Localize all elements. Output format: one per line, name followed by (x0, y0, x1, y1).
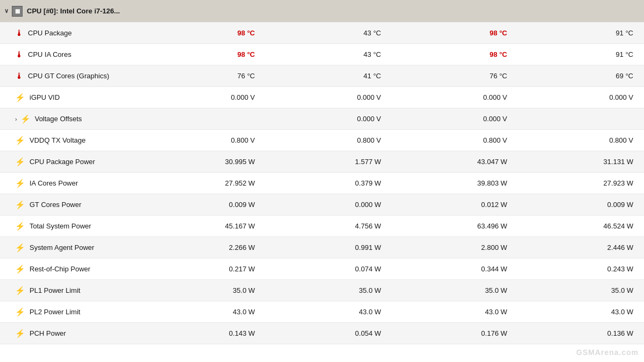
value-col-4: 0.009 W (518, 198, 644, 211)
value-col-3: 0.012 W (392, 198, 518, 211)
row-name-col: ⚡PL2 Power Limit (0, 305, 140, 319)
expand-arrow-icon[interactable]: › (15, 116, 17, 122)
row-name-col: ⚡PL1 Power Limit (0, 284, 140, 298)
value-col-1: 30.995 W (140, 156, 266, 168)
value-col-2: 0.000 V (266, 91, 392, 104)
value-col-1: 0.000 V (140, 91, 266, 104)
value-col-2: 0.074 W (266, 263, 392, 275)
row-label: PL2 Power Limit (30, 308, 80, 316)
value-col-1: 35.0 W (140, 284, 266, 297)
bolt-icon: ⚡ (15, 93, 25, 102)
value-col-2: 41 °C (266, 70, 392, 82)
row-name-col: ⚡IA Cores Power (0, 176, 140, 190)
value-col-4: 35.0 W (518, 284, 644, 297)
value-col-1: 76 °C (140, 70, 266, 82)
value-col-4 (518, 117, 644, 121)
row-name-col: ⚡System Agent Power (0, 241, 140, 255)
bolt-icon: ⚡ (15, 264, 25, 274)
row-name-col: ⚡PCH Power (0, 327, 140, 341)
row-name-col: ⚡iGPU VID (0, 91, 140, 105)
value-col-2: 0.800 V (266, 134, 392, 146)
row-label: iGPU VID (30, 93, 60, 101)
table-row: 🌡CPU Package98 °C43 °C98 °C91 °C (0, 23, 644, 44)
sensor-table: ∨▦CPU [#0]: Intel Core i7-126...🌡CPU Pac… (0, 0, 644, 344)
table-row[interactable]: ›⚡Voltage Offsets0.000 V0.000 V (0, 108, 644, 130)
thermometer-icon: 🌡 (15, 50, 24, 60)
value-col-2: 1.577 W (266, 156, 392, 168)
value-col-1: 0.009 W (140, 198, 266, 211)
value-col-3: 35.0 W (392, 284, 518, 297)
row-label: CPU IA Cores (28, 50, 71, 58)
value-col-1 (140, 117, 266, 121)
table-row: 🌡CPU GT Cores (Graphics)76 °C41 °C76 °C6… (0, 65, 644, 87)
value-col-1: 98 °C (140, 48, 266, 61)
row-label: Total System Power (30, 222, 91, 230)
value-col-3: 0.000 V (392, 91, 518, 104)
value-col-4: 69 °C (518, 70, 644, 82)
row-name-col: ›⚡Voltage Offsets (0, 112, 140, 126)
table-row: ⚡PL1 Power Limit35.0 W35.0 W35.0 W35.0 W (0, 280, 644, 301)
row-label: VDDQ TX Voltage (30, 136, 86, 144)
bolt-icon: ⚡ (15, 286, 25, 295)
value-col-3: 0.000 V (392, 113, 518, 125)
bolt-icon: ⚡ (15, 221, 25, 231)
value-col-2: 4.756 W (266, 220, 392, 232)
value-col-1: 27.952 W (140, 177, 266, 189)
value-col-4: 0.243 W (518, 263, 644, 275)
table-row: ⚡iGPU VID0.000 V0.000 V0.000 V0.000 V (0, 87, 644, 108)
value-col-2: 43 °C (266, 48, 392, 61)
row-label: PCH Power (30, 329, 66, 337)
table-row: ⚡PL2 Power Limit43.0 W43.0 W43.0 W43.0 W (0, 301, 644, 323)
table-row: 🌡CPU IA Cores98 °C43 °C98 °C91 °C (0, 44, 644, 65)
table-row: ⚡IA Cores Power27.952 W0.379 W39.803 W27… (0, 173, 644, 194)
value-col-3: 76 °C (392, 70, 518, 82)
row-label: CPU Package (28, 29, 72, 37)
row-label: Voltage Offsets (35, 115, 82, 123)
table-row: ⚡CPU Package Power30.995 W1.577 W43.047 … (0, 151, 644, 173)
value-col-3: 43.047 W (392, 156, 518, 168)
value-col-3: 43.0 W (392, 306, 518, 318)
row-name-col: 🌡CPU GT Cores (Graphics) (0, 69, 140, 83)
value-col-3: 98 °C (392, 48, 518, 61)
thermometer-icon: 🌡 (15, 71, 24, 81)
table-row: ⚡PCH Power0.143 W0.054 W0.176 W0.136 W (0, 323, 644, 344)
bolt-icon: ⚡ (20, 114, 31, 124)
row-name-col: ⚡GT Cores Power (0, 198, 140, 212)
row-label: CPU Package Power (30, 158, 95, 166)
value-col-1: 43.0 W (140, 306, 266, 318)
row-label: CPU GT Cores (Graphics) (28, 72, 109, 80)
row-label: Rest-of-Chip Power (30, 265, 90, 273)
value-col-4: 0.800 V (518, 134, 644, 146)
table-row: ⚡Total System Power45.167 W4.756 W63.496… (0, 216, 644, 237)
row-name-col: ⚡CPU Package Power (0, 155, 140, 169)
thermometer-icon: 🌡 (15, 28, 24, 38)
value-col-2: 35.0 W (266, 284, 392, 297)
cpu-chip-icon: ▦ (12, 6, 23, 17)
table-row: ⚡System Agent Power2.266 W0.991 W2.800 W… (0, 237, 644, 258)
bolt-icon: ⚡ (15, 243, 25, 253)
table-row: ⚡Rest-of-Chip Power0.217 W0.074 W0.344 W… (0, 258, 644, 280)
row-label: System Agent Power (30, 243, 94, 252)
row-name-col: ⚡VDDQ TX Voltage (0, 134, 140, 147)
table-row[interactable]: ∨▦CPU [#0]: Intel Core i7-126... (0, 0, 644, 23)
value-col-3: 98 °C (392, 27, 518, 39)
row-name-col: ⚡Rest-of-Chip Power (0, 262, 140, 276)
value-col-4: 43.0 W (518, 306, 644, 318)
value-col-4: 46.524 W (518, 220, 644, 232)
value-col-2: 43 °C (266, 27, 392, 39)
value-col-1: 98 °C (140, 27, 266, 39)
value-col-1: 45.167 W (140, 220, 266, 232)
value-col-4: 31.131 W (518, 156, 644, 168)
value-col-2: 0.054 W (266, 327, 392, 339)
bolt-icon: ⚡ (15, 136, 25, 145)
value-col-1: 2.266 W (140, 241, 266, 254)
expand-arrow-icon[interactable]: ∨ (4, 8, 9, 14)
value-col-2: 0.991 W (266, 241, 392, 254)
value-col-3: 0.800 V (392, 134, 518, 146)
row-name-col: ⚡Total System Power (0, 219, 140, 233)
value-col-4: 0.136 W (518, 327, 644, 339)
value-col-1: 0.217 W (140, 263, 266, 275)
value-col-2: 43.0 W (266, 306, 392, 318)
value-col-1: 0.143 W (140, 327, 266, 339)
row-name-col: 🌡CPU Package (0, 26, 140, 40)
